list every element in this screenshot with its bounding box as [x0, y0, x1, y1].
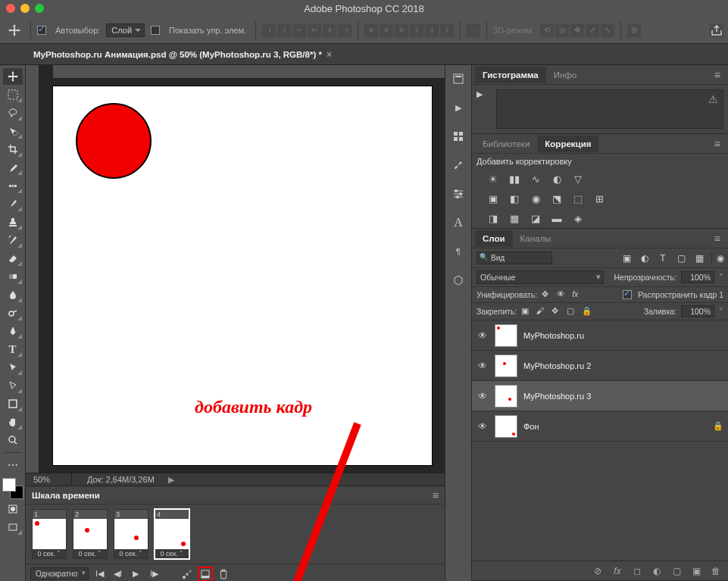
filter-type-icon[interactable]: T: [657, 252, 669, 264]
visibility-icon[interactable]: 👁: [476, 361, 489, 371]
channels-tab[interactable]: Каналы: [513, 230, 559, 247]
info-tab[interactable]: Инфо: [546, 67, 584, 83]
layer-thumbnail[interactable]: [495, 385, 517, 408]
unify-visibility-icon[interactable]: 👁: [557, 289, 567, 300]
shape-tool[interactable]: [3, 395, 23, 412]
timeline-frame[interactable]: 4 0 сек. ˅: [155, 509, 189, 559]
warning-icon[interactable]: ⚠: [708, 93, 718, 105]
panel-menu-icon[interactable]: ≡: [710, 69, 725, 81]
3d-orbit-icon[interactable]: ⟲: [540, 23, 554, 37]
fill-value[interactable]: 100%: [681, 305, 714, 317]
dist-bottom-icon[interactable]: ≡: [395, 23, 408, 37]
threshold-icon[interactable]: ◪: [528, 211, 543, 225]
link-layers-icon[interactable]: ⊘: [592, 565, 604, 577]
brushes-panel-icon[interactable]: [449, 156, 467, 174]
play-button[interactable]: ▶: [128, 567, 143, 582]
layer-name[interactable]: MyPhotoshop.ru 2: [523, 361, 591, 370]
layer-thumbnail[interactable]: [495, 415, 517, 438]
timeline-frame[interactable]: 1 0 сек. ˅: [32, 509, 67, 559]
align-left-icon[interactable]: ⊢: [308, 23, 321, 37]
unify-style-icon[interactable]: fx: [572, 289, 583, 300]
layer-name[interactable]: Фон: [523, 422, 539, 431]
posterize-icon[interactable]: ▦: [507, 211, 522, 225]
autoselect-checkbox[interactable]: [37, 26, 46, 35]
histogram-source-icon[interactable]: ▶: [476, 89, 492, 129]
bw-icon[interactable]: ◧: [507, 192, 522, 205]
status-menu-icon[interactable]: ▶: [161, 475, 182, 485]
share-icon[interactable]: [710, 23, 723, 37]
timeline-frame[interactable]: 2 0 сек. ˅: [73, 509, 108, 559]
layer-name[interactable]: MyPhotoshop.ru 3: [523, 392, 591, 401]
align-top-icon[interactable]: ⫞: [262, 23, 276, 37]
red-circle-shape[interactable]: [76, 103, 152, 179]
blur-tool[interactable]: [3, 286, 23, 303]
levels-icon[interactable]: ▮▮: [507, 172, 522, 186]
eyedropper-tool[interactable]: [3, 159, 23, 176]
close-tab-icon[interactable]: ×: [327, 49, 332, 60]
layers-tab[interactable]: Слои: [475, 230, 513, 247]
dist-hcenter-icon[interactable]: ⦀: [425, 23, 439, 37]
filter-shape-icon[interactable]: ▢: [675, 252, 687, 264]
lock-pixels-icon[interactable]: 🖌: [536, 306, 547, 317]
healing-tool[interactable]: [3, 177, 23, 194]
layer-name[interactable]: MyPhotoshop.ru: [523, 331, 584, 340]
3d-pan-icon[interactable]: ✥: [570, 23, 584, 37]
layer-fx-icon[interactable]: fx: [611, 565, 623, 577]
path-select-tool[interactable]: [3, 359, 23, 376]
3d-scale-icon[interactable]: ⤡: [601, 23, 614, 37]
hand-tool[interactable]: [3, 414, 23, 430]
visibility-icon[interactable]: 👁: [476, 391, 489, 401]
layer-row[interactable]: 👁 MyPhotoshop.ru 2: [472, 351, 728, 381]
filter-smart-icon[interactable]: ▦: [693, 252, 705, 264]
lock-artboard-icon[interactable]: ▢: [567, 306, 577, 317]
adjustments-panel-icon[interactable]: [449, 185, 467, 203]
prev-frame-button[interactable]: ◀I: [110, 567, 125, 582]
channel-mixer-icon[interactable]: ⬔: [549, 192, 564, 205]
lock-position-icon[interactable]: ✥: [551, 306, 562, 317]
ruler-icon[interactable]: ⊞: [627, 23, 641, 37]
more-align-icon[interactable]: ⋯: [467, 23, 480, 37]
document-tab[interactable]: MyPhotoshop.ru Анимация.psd @ 50% (MyPho…: [26, 45, 339, 64]
selective-color-icon[interactable]: ◈: [570, 211, 586, 225]
timeline-menu-icon[interactable]: ≡: [433, 489, 439, 501]
exposure-icon[interactable]: ◐: [549, 172, 564, 186]
marquee-tool[interactable]: [3, 86, 23, 103]
frame-duration[interactable]: 0 сек. ˅: [73, 549, 107, 558]
layer-thumbnail[interactable]: [495, 355, 517, 377]
brush-tool[interactable]: [3, 195, 23, 212]
pen-tool[interactable]: [3, 323, 23, 339]
hue-icon[interactable]: ▣: [486, 192, 501, 205]
dist-vcenter-icon[interactable]: ≡: [380, 23, 393, 37]
edit-toolbar-icon[interactable]: ⋯: [3, 457, 23, 473]
visibility-icon[interactable]: 👁: [476, 421, 489, 432]
actions-panel-icon[interactable]: ▶: [449, 98, 467, 117]
new-layer-icon[interactable]: ▣: [690, 565, 702, 577]
lasso-tool[interactable]: [3, 105, 23, 121]
zoom-value[interactable]: 50%: [29, 475, 71, 484]
properties-panel-icon[interactable]: [449, 127, 467, 145]
frame-duration[interactable]: 0 сек. ˅: [33, 549, 66, 558]
eraser-tool[interactable]: [3, 250, 23, 267]
invert-icon[interactable]: ◨: [486, 211, 501, 225]
timeline-frame[interactable]: 3 0 сек. ˅: [114, 509, 148, 559]
align-hcenter-icon[interactable]: ⫵: [323, 23, 336, 37]
dist-top-icon[interactable]: ≡: [364, 23, 378, 37]
crop-tool[interactable]: [3, 141, 23, 158]
zoom-tool[interactable]: [3, 432, 23, 448]
curves-icon[interactable]: ∿: [528, 172, 543, 186]
align-right-icon[interactable]: ⊣: [338, 23, 352, 37]
adjustments-tab[interactable]: Коррекция: [537, 136, 598, 152]
type-tool[interactable]: T: [3, 341, 23, 358]
quickmask-icon[interactable]: [3, 501, 23, 517]
libraries-tab[interactable]: Библиотеки: [475, 136, 537, 152]
layer-row[interactable]: 👁 Фон 🔒: [472, 411, 728, 442]
layer-mask-icon[interactable]: ◻: [631, 565, 643, 577]
unify-position-icon[interactable]: ✥: [542, 289, 552, 300]
layer-thumbnail[interactable]: [495, 324, 517, 347]
opacity-value[interactable]: 100%: [681, 271, 714, 283]
vibrance-icon[interactable]: ▽: [570, 172, 586, 186]
color-lookup-icon[interactable]: ⬚: [570, 192, 586, 205]
paragraph-panel-icon[interactable]: ¶: [449, 242, 467, 261]
align-bottom-icon[interactable]: ⫟: [292, 23, 306, 37]
layer-row[interactable]: 👁 MyPhotoshop.ru: [472, 320, 728, 351]
